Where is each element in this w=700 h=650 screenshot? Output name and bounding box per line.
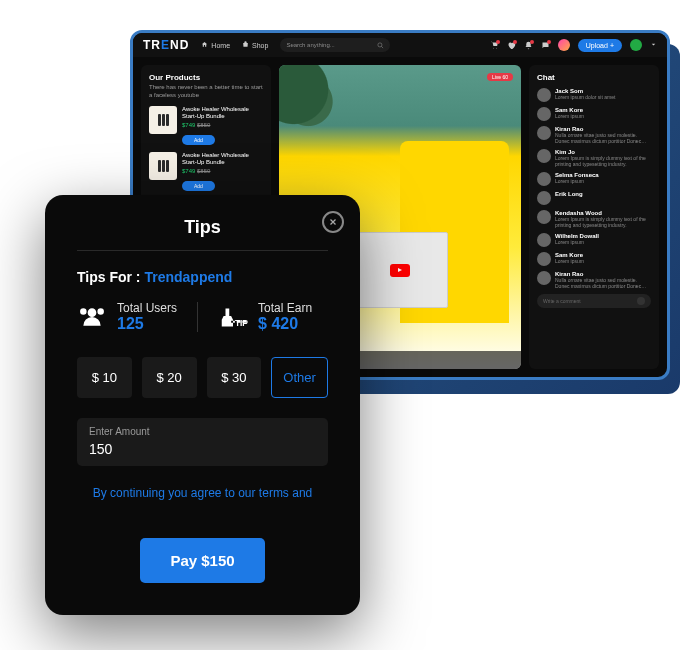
users-value: 125	[117, 315, 177, 333]
divider	[77, 250, 328, 251]
tips-modal: Tips Tips For : Trendappend Total Users …	[45, 195, 360, 615]
product-image	[149, 106, 177, 134]
chat-text: Lorem Ipsum is simply dummy text of the …	[555, 216, 651, 228]
product-name: Awoke Healer Wholesale Start-Up Bundle	[182, 152, 263, 166]
chat-username: Erik Long	[555, 191, 651, 197]
heart-icon[interactable]	[507, 41, 516, 50]
youtube-icon	[390, 264, 410, 277]
bell-icon[interactable]	[524, 41, 533, 50]
svg-text:TIP: TIP	[235, 318, 248, 328]
svg-point-0	[378, 42, 382, 46]
chat-text: Nulla ornare vitae justo sed molestie. D…	[555, 132, 651, 144]
chat-text: Lorem ipsum dolor sit amet	[555, 94, 651, 100]
chat-message: Sam KoreLorem ipsum	[537, 252, 651, 266]
tip-option-20[interactable]: $ 20	[142, 357, 197, 398]
chat-message: Kendasha WoodLorem Ipsum is simply dummy…	[537, 210, 651, 228]
search-placeholder: Search anything...	[286, 42, 334, 48]
product-name: Awoke Healer Wholesale Start-Up Bundle	[182, 106, 263, 120]
live-badge: Live 60	[487, 73, 513, 81]
chat-panel: Chat Jack SomLorem ipsum dolor sit ametS…	[529, 65, 659, 369]
logo: TREND	[143, 38, 189, 52]
nav-home[interactable]: Home	[201, 41, 230, 49]
chat-avatar	[537, 88, 551, 102]
avatar-small[interactable]	[558, 39, 570, 51]
chat-avatar	[537, 252, 551, 266]
product-item[interactable]: Awoke Healer Wholesale Start-Up Bundle$7…	[149, 106, 263, 146]
nav-shop[interactable]: Shop	[242, 41, 268, 49]
users-label: Total Users	[117, 301, 177, 315]
chat-text: Lorem ipsum	[555, 113, 651, 119]
tip-option-10[interactable]: $ 10	[77, 357, 132, 398]
amount-field[interactable]: Enter Amount	[77, 418, 328, 466]
add-button[interactable]: Add	[182, 135, 215, 145]
chat-avatar	[537, 172, 551, 186]
stats-row: Total Users 125 TIP Total Earn $ 420	[77, 301, 328, 333]
chat-input[interactable]: Write a comment	[537, 294, 651, 308]
chat-message: Kiran RaoNulla ornare vitae justo sed mo…	[537, 271, 651, 289]
chat-message: Sam KoreLorem ipsum	[537, 107, 651, 121]
stat-users: Total Users 125	[77, 301, 177, 333]
nav-shop-label: Shop	[252, 42, 268, 49]
close-icon	[328, 213, 338, 231]
search-input[interactable]: Search anything...	[280, 38, 390, 52]
chat-input-placeholder: Write a comment	[543, 298, 581, 304]
shop-icon	[242, 41, 249, 49]
chat-avatar	[537, 149, 551, 163]
chevron-down-icon[interactable]	[650, 41, 657, 49]
amount-input[interactable]	[89, 441, 316, 457]
nav-home-label: Home	[211, 42, 230, 49]
product-price: $749 $850	[182, 168, 263, 174]
search-icon	[377, 42, 384, 49]
chat-text: Lorem ipsum	[555, 239, 651, 245]
upload-button[interactable]: Upload +	[578, 39, 622, 52]
recipient-name: Trendappend	[144, 269, 232, 285]
earn-label: Total Earn	[258, 301, 312, 315]
chat-avatar	[537, 126, 551, 140]
cart-icon[interactable]	[490, 41, 499, 50]
tip-option-30[interactable]: $ 30	[207, 357, 262, 398]
message-icon[interactable]	[541, 41, 550, 50]
chat-text: Lorem Ipsum is simply dummy text of the …	[555, 155, 651, 167]
tips-for-line: Tips For : Trendappend	[77, 269, 328, 285]
tip-icon: TIP	[218, 304, 248, 330]
user-avatar[interactable]	[630, 39, 642, 51]
topbar: TREND Home Shop Search anything... Uploa…	[133, 33, 667, 57]
upload-label: Upload	[586, 42, 608, 49]
tip-option-other[interactable]: Other	[271, 357, 328, 398]
chat-message: Wilhelm DowallLorem ipsum	[537, 233, 651, 247]
product-price: $749 $850	[182, 122, 263, 128]
stat-divider	[197, 302, 198, 332]
tip-options: $ 10 $ 20 $ 30 Other	[77, 357, 328, 398]
amount-label: Enter Amount	[89, 426, 316, 437]
chat-avatar	[537, 210, 551, 224]
chat-text: Lorem ipsum	[555, 258, 651, 264]
chat-message: Kim JoLorem Ipsum is simply dummy text o…	[537, 149, 651, 167]
modal-title: Tips	[77, 217, 328, 238]
chat-avatar	[537, 191, 551, 205]
chat-text: Lorem ipsum	[555, 178, 651, 184]
chat-message: Kiran RaoNulla ornare vitae justo sed mo…	[537, 126, 651, 144]
close-button[interactable]	[322, 211, 344, 233]
terms-text[interactable]: By continuing you agree to our terms and	[77, 486, 328, 500]
home-icon	[201, 41, 208, 49]
product-item[interactable]: Awoke Healer Wholesale Start-Up Bundle$7…	[149, 152, 263, 192]
products-title: Our Products	[149, 73, 263, 82]
chat-message: Erik Long	[537, 191, 651, 205]
emoji-icon[interactable]	[637, 297, 645, 305]
pay-button[interactable]: Pay $150	[140, 538, 264, 583]
earn-value: $ 420	[258, 315, 312, 333]
chat-message: Selma FonsecaLorem ipsum	[537, 172, 651, 186]
chat-avatar	[537, 107, 551, 121]
products-subtitle: There has never been a better time to st…	[149, 84, 263, 100]
stat-earn: TIP Total Earn $ 420	[218, 301, 312, 333]
chat-avatar	[537, 271, 551, 285]
users-icon	[77, 304, 107, 330]
chat-message: Jack SomLorem ipsum dolor sit amet	[537, 88, 651, 102]
chat-avatar	[537, 233, 551, 247]
add-button[interactable]: Add	[182, 181, 215, 191]
chat-title: Chat	[537, 73, 651, 82]
plus-icon: +	[610, 42, 614, 49]
product-image	[149, 152, 177, 180]
chat-text: Nulla ornare vitae justo sed molestie. D…	[555, 277, 651, 289]
